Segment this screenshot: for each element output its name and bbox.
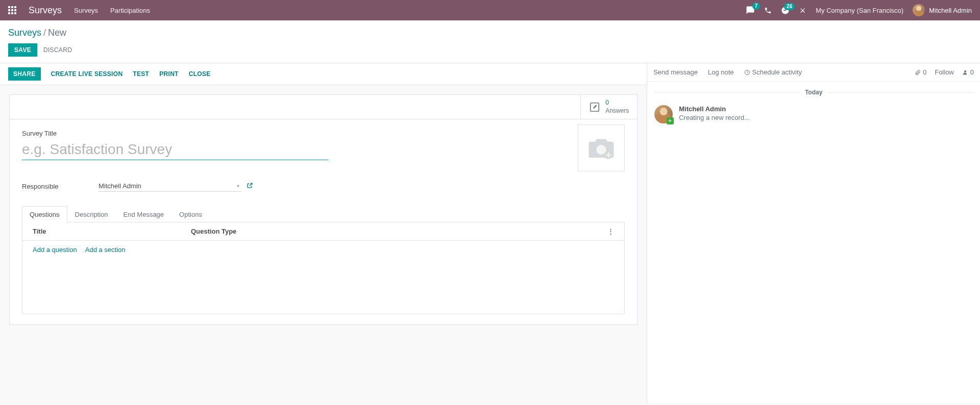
user-name: Mitchell Admin [929, 7, 972, 14]
col-question-type: Question Type [191, 227, 604, 235]
responsible-row: Responsible ▾ [22, 181, 625, 192]
add-section-link[interactable]: Add a section [85, 246, 126, 254]
apps-icon[interactable] [8, 6, 16, 14]
tab-content: Title Question Type ⋮ Add a question Add… [22, 222, 625, 314]
nav-surveys[interactable]: Surveys [74, 7, 98, 14]
paperclip-icon [915, 69, 921, 75]
followers-button[interactable]: 0 [962, 68, 974, 76]
msg-avatar-wrap: ✈ [654, 105, 673, 123]
camera-plus-icon [587, 136, 616, 160]
questions-add-row: Add a question Add a section [22, 241, 624, 259]
topbar: Surveys Surveys Participations 7 26 My C… [0, 0, 980, 20]
image-upload[interactable] [578, 124, 625, 171]
app-brand[interactable]: Surveys [29, 5, 62, 16]
company-switcher[interactable]: My Company (San Francisco) [816, 7, 903, 14]
debug-icon[interactable] [799, 7, 806, 14]
user-avatar [913, 4, 925, 16]
chatter-header: Send message Log note Schedule activity … [647, 63, 980, 82]
msg-author: Mitchell Admin [679, 105, 750, 113]
messages-icon[interactable]: 7 [746, 6, 755, 15]
add-question-link[interactable]: Add a question [33, 246, 77, 254]
tabs: Questions Description End Message Option… [22, 206, 625, 222]
follow-button[interactable]: Follow [935, 68, 954, 76]
svg-point-4 [964, 70, 966, 72]
title-label: Survey Title [22, 130, 625, 137]
msg-text: Creating a new record... [679, 114, 750, 121]
stat-text: 0 Answers [605, 99, 629, 115]
followers-count: 0 [970, 68, 974, 76]
breadcrumb-bar: Surveys/New [0, 20, 980, 43]
activities-badge: 26 [784, 3, 795, 10]
close-button[interactable]: CLOSE [189, 70, 211, 78]
breadcrumb-current: New [48, 28, 66, 38]
test-button[interactable]: TEST [133, 70, 149, 78]
save-button[interactable]: SAVE [8, 43, 37, 57]
answers-count: 0 [605, 99, 629, 107]
form-body: Survey Title Responsible ▾ Questions Des… [10, 119, 637, 324]
tab-questions[interactable]: Questions [22, 206, 67, 222]
control-buttons: SAVE DISCARD [0, 43, 980, 63]
share-button[interactable]: SHARE [8, 67, 41, 81]
nav-participations[interactable]: Participations [110, 7, 150, 14]
phone-icon[interactable] [764, 7, 772, 14]
attachments-button[interactable]: 0 [915, 68, 926, 76]
col-title: Title [33, 227, 191, 235]
clock-icon [744, 69, 750, 75]
pencil-square-icon [589, 102, 600, 113]
main-wrapper: SHARE CREATE LIVE SESSION TEST PRINT CLO… [0, 63, 980, 403]
tab-description[interactable]: Description [67, 206, 116, 222]
stat-row: 0 Answers [10, 95, 637, 119]
actions-bar: SHARE CREATE LIVE SESSION TEST PRINT CLO… [0, 63, 647, 85]
form-column: SHARE CREATE LIVE SESSION TEST PRINT CLO… [0, 63, 647, 403]
log-note-button[interactable]: Log note [708, 68, 734, 76]
user-icon [962, 69, 968, 75]
topbar-right: 7 26 My Company (San Francisco) Mitchell… [746, 4, 972, 16]
msg-body: Mitchell Admin Creating a new record... [679, 105, 750, 123]
tab-end-message[interactable]: End Message [116, 206, 172, 222]
external-link-icon[interactable] [247, 182, 253, 190]
activities-icon[interactable]: 26 [781, 6, 790, 15]
messages-badge: 7 [752, 3, 761, 10]
create-live-button[interactable]: CREATE LIVE SESSION [51, 70, 123, 78]
user-menu[interactable]: Mitchell Admin [913, 4, 972, 16]
responsible-input[interactable] [99, 182, 235, 190]
print-button[interactable]: PRINT [159, 70, 179, 78]
chevron-down-icon[interactable]: ▾ [235, 183, 241, 189]
discard-button[interactable]: DISCARD [43, 46, 72, 54]
breadcrumb-root[interactable]: Surveys [8, 28, 41, 38]
survey-title-input[interactable] [22, 139, 328, 160]
tab-options[interactable]: Options [172, 206, 210, 222]
kebab-icon[interactable]: ⋮ [604, 227, 614, 235]
chatter: Send message Log note Schedule activity … [647, 63, 980, 403]
questions-header: Title Question Type ⋮ [22, 222, 624, 241]
attachments-count: 0 [923, 68, 926, 76]
breadcrumb: Surveys/New [8, 28, 972, 38]
breadcrumb-sep: / [43, 28, 46, 38]
form-card: 0 Answers Survey Title R [9, 94, 638, 325]
answers-stat-button[interactable]: 0 Answers [580, 95, 637, 119]
chatter-message: ✈ Mitchell Admin Creating a new record..… [647, 100, 980, 129]
schedule-label: Schedule activity [752, 68, 802, 76]
avatar-status-icon: ✈ [667, 117, 674, 124]
responsible-field[interactable]: ▾ [99, 181, 241, 192]
chatter-right: 0 Follow 0 [915, 68, 974, 76]
chatter-divider: Today [647, 82, 980, 100]
svg-point-1 [597, 145, 606, 155]
responsible-label: Responsible [22, 183, 99, 190]
schedule-activity-button[interactable]: Schedule activity [744, 68, 802, 76]
answers-label: Answers [605, 107, 629, 115]
divider-label: Today [805, 89, 822, 96]
send-message-button[interactable]: Send message [653, 68, 698, 76]
topbar-left: Surveys Surveys Participations [8, 5, 150, 16]
